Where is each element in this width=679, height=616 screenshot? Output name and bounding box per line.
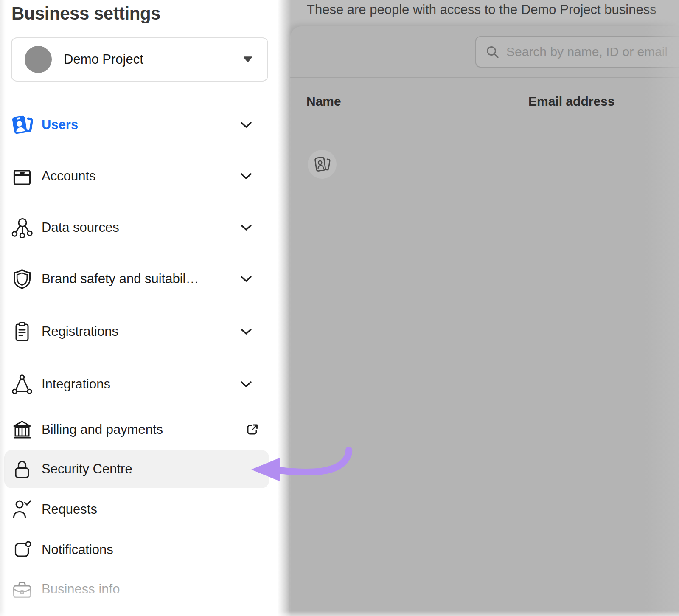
search-placeholder: Search by name, ID or email: [506, 45, 668, 59]
sidebar-item-label: Integrations: [42, 377, 110, 392]
lock-icon: [11, 458, 34, 481]
table-header: Name Email address: [290, 77, 679, 126]
chevron-down-icon: [240, 381, 252, 388]
sidebar-item-label: Accounts: [42, 169, 96, 184]
sidebar-item-label: Billing and payments: [42, 422, 163, 437]
sidebar-item-notifications[interactable]: Notifications: [0, 536, 278, 563]
clipboard-icon: [11, 320, 34, 343]
sidebar-item-billing[interactable]: Billing and payments: [0, 416, 278, 443]
triangle-nodes-icon: [11, 373, 34, 396]
sidebar-shadow: [278, 0, 291, 616]
business-avatar: [25, 46, 52, 73]
sidebar-item-brand-safety[interactable]: Brand safety and suitabil…: [0, 265, 278, 293]
page-title: Business settings: [11, 3, 160, 24]
sidebar-item-users[interactable]: Users: [0, 111, 278, 138]
search-icon: [485, 45, 499, 59]
notification-icon: [11, 538, 34, 561]
briefcase-icon: [11, 578, 34, 601]
users-icon: [11, 113, 34, 136]
chevron-down-icon: [240, 224, 252, 231]
sidebar-item-data-sources[interactable]: Data sources: [0, 214, 278, 241]
sidebar-item-label: Data sources: [42, 220, 119, 235]
user-row-avatar: [308, 150, 337, 179]
business-selector[interactable]: Demo Project: [11, 37, 268, 82]
sidebar-item-label: Notifications: [42, 542, 113, 557]
chevron-down-icon: [240, 328, 252, 335]
box-icon: [11, 165, 34, 188]
shield-icon: [11, 267, 34, 290]
intro-text: These are people with access to the Demo…: [307, 0, 657, 20]
sidebar: Business settings Demo Project: [0, 0, 278, 616]
people-card: Search by name, ID or email Name Email a…: [290, 26, 679, 616]
business-name: Demo Project: [64, 52, 143, 67]
sidebar-item-label: Registrations: [42, 324, 118, 339]
sidebar-item-security-centre[interactable]: Security Centre: [0, 456, 278, 483]
chevron-down-icon: [240, 173, 252, 180]
sidebar-item-registrations[interactable]: Registrations: [0, 318, 278, 345]
external-link-icon: [245, 423, 259, 437]
search-input[interactable]: Search by name, ID or email: [475, 36, 679, 68]
sidebar-item-label: Security Centre: [42, 461, 132, 477]
caret-down-icon: [243, 56, 253, 63]
sidebar-item-business-info[interactable]: Business info: [0, 576, 278, 603]
column-header-name: Name: [306, 94, 341, 109]
sidebar-item-label: Brand safety and suitabil…: [42, 271, 199, 287]
id-badge-icon: [312, 155, 332, 174]
chevron-down-icon: [240, 121, 252, 129]
people-toolbar: Search by name, ID or email: [290, 26, 679, 78]
sidebar-item-label: Business info: [42, 582, 120, 597]
sidebar-item-integrations[interactable]: Integrations: [0, 371, 278, 398]
sidebar-item-requests[interactable]: Requests: [0, 496, 278, 523]
person-check-icon: [11, 498, 34, 521]
sidebar-item-label: Requests: [42, 502, 97, 517]
people-panel: These are people with access to the Demo…: [278, 0, 679, 616]
table-row[interactable]: [290, 126, 679, 202]
column-header-email: Email address: [528, 94, 614, 109]
sidebar-item-label: Users: [42, 117, 78, 132]
network-nodes-icon: [11, 216, 34, 239]
sidebar-item-accounts[interactable]: Accounts: [0, 163, 278, 190]
chevron-down-icon: [240, 276, 252, 283]
bank-icon: [11, 418, 34, 441]
